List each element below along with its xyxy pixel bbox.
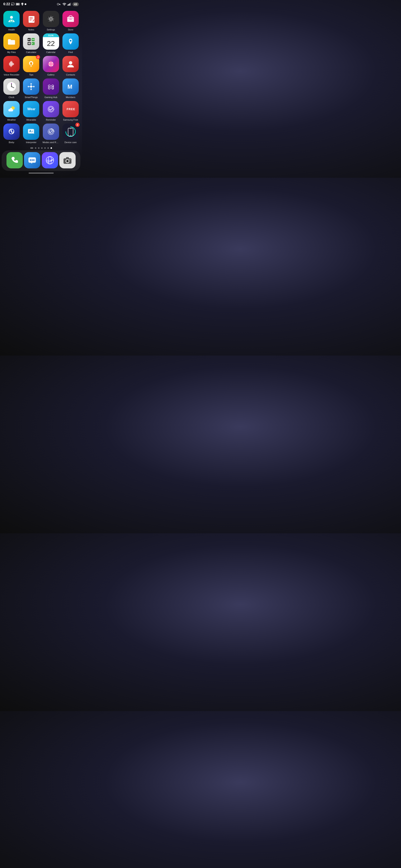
app-weather[interactable]: Weather (2, 101, 21, 121)
clock-icon (3, 79, 20, 95)
svg-point-93 (11, 131, 12, 132)
app-modes[interactable]: Modes and Routi... (42, 124, 60, 144)
app-myfiles[interactable]: My Files (2, 33, 21, 54)
page-dot-2[interactable] (38, 147, 39, 149)
dock-camera[interactable] (59, 152, 76, 168)
svg-rect-6 (22, 5, 23, 5)
svg-text:=: = (32, 42, 33, 45)
reminder-icon (43, 101, 59, 117)
svg-rect-16 (70, 3, 71, 6)
app-wearable[interactable]: Wear Wearable (22, 101, 40, 121)
app-samsungfree[interactable]: FREE Samsung Free (62, 101, 80, 121)
dock-messages[interactable] (24, 152, 40, 168)
svg-text:△: △ (52, 87, 54, 90)
bulb-icon (21, 2, 24, 6)
gallery-label: Gallery (47, 73, 55, 76)
svg-point-59 (69, 61, 72, 64)
gallery-icon (43, 56, 59, 72)
screen-cast-icon (11, 3, 15, 6)
svg-point-63 (11, 86, 12, 87)
app-voice[interactable]: Voice Recorder (2, 56, 21, 76)
app-gaming[interactable]: ○ ✕ ◻ △ Gaming Hub (42, 79, 60, 98)
svg-rect-10 (60, 5, 60, 5)
battery-saver-icon (16, 3, 20, 5)
myfiles-icon (3, 33, 20, 50)
store-label: Store (68, 28, 73, 31)
status-bar: 6:22 43 (0, 0, 82, 7)
health-label: Health (8, 28, 15, 31)
svg-text:◻: ◻ (48, 87, 50, 90)
svg-rect-48 (31, 64, 32, 65)
app-tips[interactable]: 2 Tips (22, 56, 40, 76)
app-interpreter[interactable]: A Interpreter (22, 124, 40, 144)
weather-icon (3, 101, 20, 117)
app-find[interactable]: Find (62, 33, 80, 54)
svg-rect-13 (67, 5, 68, 6)
app-contacts[interactable]: Contacts (62, 56, 80, 76)
bixby-icon (3, 124, 20, 140)
page-dot-4[interactable] (44, 147, 46, 149)
page-dot-5[interactable] (48, 147, 49, 149)
svg-rect-9 (59, 4, 60, 5)
devicecare-label: Device care (64, 141, 77, 144)
svg-point-113 (67, 161, 68, 161)
svg-rect-18 (29, 16, 34, 23)
page-dot-0[interactable] (30, 147, 33, 149)
page-dot-6[interactable] (51, 147, 52, 149)
time-display: 6:22 (3, 2, 10, 6)
app-store[interactable]: Store (62, 11, 80, 31)
app-gallery[interactable]: Gallery (42, 56, 60, 76)
interpreter-icon: A (23, 124, 39, 140)
svg-point-23 (50, 18, 52, 20)
svg-rect-15 (69, 3, 70, 6)
app-calendar[interactable]: SUN 22 Calendar (42, 33, 60, 54)
svg-text:FREE: FREE (67, 107, 75, 111)
svg-rect-101 (69, 128, 71, 129)
app-reminder[interactable]: Reminder (42, 101, 60, 121)
app-smartthings[interactable]: SmartThings (22, 79, 40, 98)
svg-point-105 (32, 159, 33, 161)
app-health[interactable]: Health (2, 11, 21, 31)
svg-rect-3 (20, 4, 20, 5)
dock-browser[interactable] (42, 152, 58, 168)
svg-rect-84 (12, 106, 13, 107)
svg-point-64 (11, 83, 12, 84)
home-indicator[interactable] (29, 173, 54, 174)
app-settings[interactable]: Settings (42, 11, 60, 31)
app-devicecare[interactable]: 2 Device care (62, 124, 80, 144)
voice-label: Voice Recorder (4, 73, 20, 76)
svg-point-55 (51, 62, 53, 64)
calendar-date: 22 (43, 37, 59, 50)
svg-rect-25 (69, 19, 72, 20)
calendar-day: SUN (43, 33, 59, 37)
svg-rect-38 (10, 61, 13, 65)
page-dot-3[interactable] (41, 147, 42, 149)
members-label: Members (66, 96, 76, 98)
page-indicators (0, 145, 82, 150)
svg-point-57 (51, 65, 53, 66)
browser-icon (42, 152, 58, 168)
samsungfree-icon: FREE (62, 101, 79, 117)
app-clock[interactable]: Clock (2, 79, 21, 98)
modes-icon (43, 124, 59, 140)
app-calculator[interactable]: + + = Calculator (22, 33, 40, 54)
svg-text:A: A (29, 129, 31, 133)
tips-label: Tips (29, 73, 33, 76)
dot-icon (25, 3, 26, 5)
health-icon (3, 11, 20, 27)
app-bixby[interactable]: Bixby (2, 124, 21, 144)
svg-text:M: M (67, 84, 72, 90)
svg-point-8 (57, 3, 59, 5)
page-dot-1[interactable] (35, 147, 36, 149)
svg-point-102 (70, 135, 71, 135)
signal-icon (67, 3, 71, 6)
app-members[interactable]: M Members (62, 79, 80, 98)
svg-point-37 (70, 40, 71, 41)
settings-label: Settings (47, 28, 55, 31)
svg-rect-87 (14, 108, 15, 108)
app-notes[interactable]: Notes (22, 11, 40, 31)
svg-point-114 (69, 159, 70, 160)
status-right: 43 (57, 2, 79, 6)
modes-label: Modes and Routi... (42, 141, 59, 144)
dock-phone[interactable] (6, 152, 23, 168)
